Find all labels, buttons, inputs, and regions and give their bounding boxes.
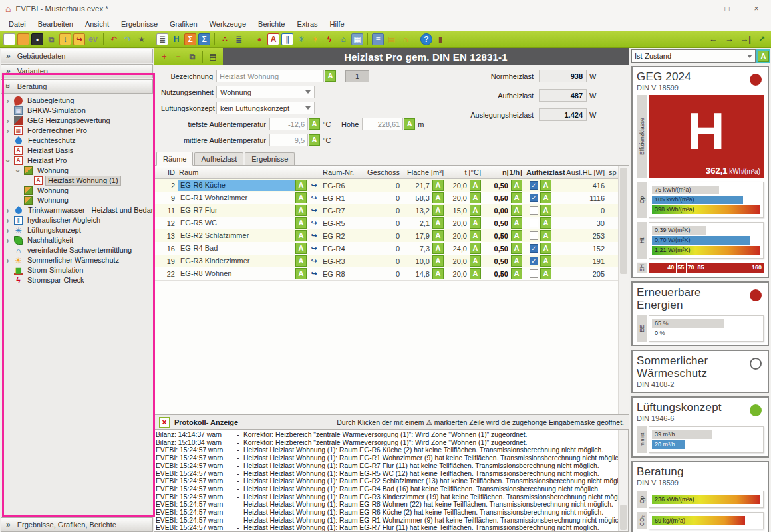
- tree-collapse-icon[interactable]: ›: [14, 167, 22, 174]
- goto-room-icon[interactable]: ↪: [307, 192, 321, 204]
- table-row-eg-r4-bad[interactable]: 16EG-R4 BadA↪EG-R407,3A24,0A0,50A✓A152: [154, 242, 629, 255]
- undo-icon[interactable]: ↶: [108, 33, 120, 45]
- cell-temperatur[interactable]: 20,0A: [446, 217, 483, 229]
- cell-aufheizlast[interactable]: A: [524, 217, 565, 229]
- lueftungskonzept-card[interactable]: Lüftungskonzept DIN 1946-6 min ist 39 m³…: [631, 396, 769, 458]
- auto-button[interactable]: A: [295, 180, 307, 191]
- auto-button[interactable]: A: [295, 192, 307, 203]
- bezeichnung-input[interactable]: Heizlast Wohnung: [216, 70, 324, 82]
- tree-item-strom-simulation[interactable]: ›▆Strom-Simulation: [0, 265, 154, 275]
- table-row-eg-r8-wohnen[interactable]: 22EG-R8 WohnenA↪EG-R8014,8A20,0A0,50AA20…: [154, 267, 629, 280]
- cell-flaeche[interactable]: 10,0A: [402, 255, 446, 267]
- auto-button[interactable]: A: [470, 217, 481, 229]
- aufheizlast-checkbox[interactable]: [530, 219, 538, 227]
- cell-flaeche[interactable]: 21,7A: [402, 179, 446, 192]
- curve-icon[interactable]: ∩: [400, 33, 412, 45]
- diagram-icon[interactable]: ↗: [756, 33, 768, 45]
- tree-expand-icon[interactable]: ›: [4, 127, 11, 135]
- cell-temperatur[interactable]: 20,0A: [446, 192, 483, 204]
- auto-button[interactable]: A: [295, 268, 307, 279]
- menu-berichte[interactable]: Berichte: [252, 19, 291, 29]
- close-button[interactable]: ×: [742, 0, 771, 17]
- auto-button[interactable]: A: [432, 217, 444, 229]
- auto-button[interactable]: A: [511, 217, 522, 229]
- report-icon[interactable]: ▤: [207, 51, 219, 63]
- cell-luftwechsel[interactable]: 0,50A: [483, 255, 524, 267]
- goto-room-icon[interactable]: ↪: [307, 229, 321, 242]
- auto-button[interactable]: A: [470, 255, 481, 267]
- tree-item-förderrechner-pro[interactable]: ›▦Förderrechner Pro: [0, 126, 154, 136]
- auto-button[interactable]: A: [432, 243, 444, 254]
- column-header-ausl-hl-w[interactable]: Ausl.HL [W]: [565, 166, 607, 178]
- aufheizlast-checkbox[interactable]: ✓: [530, 194, 538, 202]
- menu-ansicht[interactable]: Ansicht: [79, 19, 115, 29]
- cell-luftwechsel[interactable]: 0,50A: [483, 242, 524, 255]
- report-color-icon[interactable]: ▤: [386, 33, 398, 45]
- cell-raum[interactable]: EG-R3 KinderzimmerA: [177, 255, 307, 267]
- auto-button[interactable]: A: [470, 243, 481, 254]
- auto-button[interactable]: A: [540, 217, 551, 229]
- forward-arrow-icon[interactable]: →: [723, 33, 735, 45]
- aufheizlast-checkbox[interactable]: ✓: [530, 244, 538, 253]
- cell-aufheizlast[interactable]: A: [524, 267, 565, 280]
- beratung-card[interactable]: Beratung DIN V 18599 Qp236 kWh/(m²a)CO₂6…: [631, 461, 769, 532]
- sum-blue-icon[interactable]: Σ: [198, 33, 210, 45]
- waermeschutz-card[interactable]: Sommerlicher Wärmeschutz DIN 4108-2: [631, 350, 769, 393]
- tree-item-sommerlicher-wärmeschutz[interactable]: ›☀Sommerlicher Wärmeschutz: [0, 255, 154, 265]
- h-profile-icon[interactable]: H: [170, 33, 182, 45]
- cell-aufheizlast[interactable]: ✓A: [524, 192, 565, 204]
- column-header-fläche-m[interactable]: Fläche [m²]: [402, 166, 446, 178]
- table-row-eg-r7-flur[interactable]: 11EG-R7 FlurA↪EG-R7013,2A15,0A0,00AA0: [154, 204, 629, 217]
- auto-button[interactable]: A: [511, 268, 522, 279]
- log-line[interactable]: EVEBI: 15:24:57 warn-Heizlast Heizlast W…: [156, 470, 616, 478]
- log-line[interactable]: EVEBI: 15:24:57 warn-Heizlast Heizlast W…: [156, 493, 616, 501]
- tiefste-input[interactable]: -12,6: [269, 118, 308, 130]
- sonne-icon[interactable]: ☀: [309, 33, 321, 45]
- cell-luftwechsel[interactable]: 0,50A: [483, 217, 524, 229]
- log-line[interactable]: EVEBI: 15:24:57 warn-Heizlast Heizlast W…: [156, 524, 616, 532]
- auto-button[interactable]: A: [511, 192, 522, 203]
- tab-räume[interactable]: Räume: [156, 152, 193, 166]
- auto-button[interactable]: A: [325, 70, 336, 82]
- goto-record-icon[interactable]: →|: [739, 33, 752, 45]
- tree-item-geg-heizungsbewertung[interactable]: ›GEG Heizungsbewertung: [0, 116, 154, 126]
- tree-item-bhkw-simulation[interactable]: ›▦BHKW-Simulation: [0, 106, 154, 116]
- auto-button[interactable]: A: [432, 255, 444, 267]
- cell-raum[interactable]: EG-R4 BadA: [177, 242, 307, 255]
- column-header-id[interactable]: ID: [154, 166, 177, 178]
- lueftung-icon[interactable]: ✳: [295, 33, 307, 45]
- tree-item-lüftungskonzept[interactable]: ›✳Lüftungskonzept: [0, 225, 154, 235]
- log-line[interactable]: EVEBI: 15:24:57 warn-Heizlast Heizlast W…: [156, 501, 616, 509]
- auto-button[interactable]: A: [432, 268, 444, 279]
- lueftungskonzept-select[interactable]: kein Lüftungskonzept: [216, 102, 315, 114]
- delete-row-icon[interactable]: −: [172, 51, 184, 63]
- tree-item-wohnung[interactable]: ›Wohnung: [0, 186, 154, 196]
- auto-button[interactable]: A: [295, 255, 307, 267]
- cell-raum[interactable]: EG-R6 KücheA: [177, 179, 307, 192]
- cell-flaeche[interactable]: 13,2A: [402, 204, 446, 217]
- tree-item-wohnung[interactable]: ›Wohnung: [0, 196, 154, 205]
- menu-datei[interactable]: Datei: [3, 19, 32, 29]
- nutzungseinheit-select[interactable]: Wohnung: [216, 86, 315, 98]
- cell-flaeche[interactable]: 2,1A: [402, 217, 446, 229]
- cell-temperatur[interactable]: 20,0A: [446, 179, 483, 192]
- auto-button[interactable]: A: [470, 230, 481, 241]
- auto-button[interactable]: A: [511, 205, 522, 216]
- tree-item-heizlast-wohnung-1[interactable]: ›AHeizlast Wohnung (1): [0, 176, 154, 186]
- erneuerbare-card[interactable]: Erneuerbare Energien EE 65 %0 %: [631, 281, 769, 346]
- help-icon[interactable]: ?: [420, 33, 432, 45]
- cell-flaeche[interactable]: 17,9A: [402, 229, 446, 242]
- evex-file-icon[interactable]: ev: [87, 33, 99, 45]
- variant-select[interactable]: Ist-Zustand: [631, 49, 756, 63]
- cell-flaeche[interactable]: 14,8A: [402, 267, 446, 280]
- menu-bearbeiten[interactable]: Bearbeiten: [32, 19, 79, 29]
- tree-expand-icon[interactable]: ›: [4, 117, 11, 125]
- cell-raum[interactable]: EG-R1 WohnzimmerA: [177, 192, 307, 204]
- auto-button[interactable]: A: [511, 243, 522, 254]
- open-folder-icon[interactable]: [17, 33, 29, 45]
- auto-button[interactable]: A: [540, 205, 551, 216]
- auto-button[interactable]: A: [511, 180, 522, 191]
- copy-row-icon[interactable]: ⧉: [186, 51, 198, 63]
- auto-button[interactable]: A: [295, 217, 307, 229]
- cell-luftwechsel[interactable]: 0,50A: [483, 179, 524, 192]
